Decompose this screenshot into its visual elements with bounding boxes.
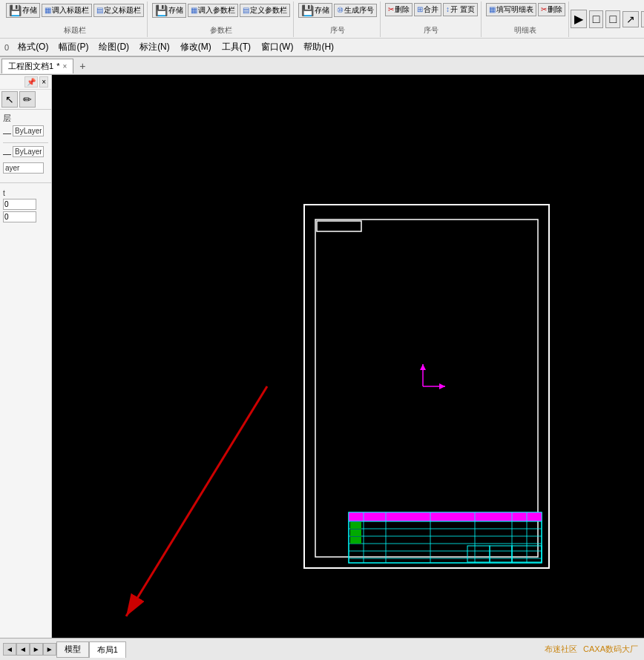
menu-item-0: 0 [1,42,12,53]
save-btn-2[interactable]: 💾 存储 [152,3,186,18]
nav-next-btn[interactable]: ► [30,643,43,656]
community-label: 布迷社区 [545,644,577,655]
svg-rect-5 [349,512,542,521]
doc-tab-1[interactable]: 工程图文档1 * × [1,59,73,73]
menubar: 0 格式(O) 幅面(P) 绘图(D) 标注(N) 修改(M) 工具(T) 窗口… [0,39,644,56]
merge-btn[interactable]: ⊞ 合并 [414,3,441,16]
menu-mark[interactable]: 标注(N) [135,39,174,55]
save-btn-3[interactable]: 💾 存储 [298,3,332,18]
def-title-icon: ▤ [96,6,103,14]
side-toolbar-row: ↖ ✏ [0,90,51,110]
toolbar: 💾 存储 ▦ 调入标题栏 ▤ 定义标题栏 标题栏 💾 存储 [0,0,644,57]
layer-row-2: — [3,146,48,160]
coord-y-input[interactable] [3,211,36,222]
canvas-area[interactable] [52,75,644,638]
caxa-label: CAXA数码大厂 [583,644,638,655]
save-icon-1: 💾 [9,4,22,16]
menu-window[interactable]: 窗口(W) [257,39,298,55]
seq-group-label: 序号 [330,25,345,36]
detail-group-label: 明细表 [514,25,536,36]
svg-rect-21 [350,522,361,529]
layer-input-2[interactable] [13,146,44,157]
arrange-btn[interactable]: ↕ 开 置页 [443,3,478,16]
svg-rect-23 [350,537,361,544]
svg-rect-22 [350,529,361,536]
side-layer-section: 层 — — [0,110,51,179]
menu-draw[interactable]: 绘图(D) [94,39,134,55]
menu-frame[interactable]: 幅面(P) [54,39,93,55]
save-icon-3: 💾 [301,4,314,16]
layer-dash-2: — [3,149,11,158]
del-btn[interactable]: ✂ 删除 [385,3,413,16]
layer-input-3[interactable] [3,162,44,174]
status-tabs: ◄ ◄ ► ► 模型 布局1 [0,638,129,660]
call-title-icon: ▦ [45,6,51,14]
toolbar-group-titlebar: 💾 存储 ▦ 调入标题栏 ▤ 定义标题栏 标题栏 [3,1,148,37]
del2-btn[interactable]: ✂ 删除 [538,3,565,16]
toolbar-row1: 💾 存储 ▦ 调入标题栏 ▤ 定义标题栏 标题栏 💾 存储 [0,0,644,39]
coord-row-x [3,199,48,210]
parambar-group-label: 参数栏 [210,25,232,36]
call-param-btn[interactable]: ▦ 调入参数栏 [188,4,238,17]
save-btn-1[interactable]: 💾 存储 [6,3,40,18]
close-side-btn[interactable]: × [39,76,48,88]
menu-tools[interactable]: 工具(T) [217,39,255,55]
edit-group-label: 序号 [424,25,438,36]
menu-format[interactable]: 格式(O) [13,39,53,55]
del2-icon: ✂ [541,5,547,13]
tab-add-btn[interactable]: + [76,60,88,72]
layer-row: — [3,125,48,139]
coord-row-t: t [3,189,48,197]
tab-modified-indicator: * [56,62,59,70]
right-icon-2[interactable]: □ [589,10,604,28]
coord-section: t [0,186,51,227]
nav-last-btn[interactable]: ► [43,643,56,656]
def-param-btn[interactable]: ▤ 定义参数栏 [240,4,290,17]
status-tab-layout1[interactable]: 布局1 [89,641,126,658]
nav-first-btn[interactable]: ◄ [3,643,16,656]
layer-label: 层 [3,113,48,124]
toolbar-btns-titlebar: 💾 存储 ▦ 调入标题栏 ▤ 定义标题栏 [6,3,144,18]
toolbar-group-edit: ✂ 删除 ⊞ 合并 ↕ 开 置页 序号 [382,1,482,37]
toolbar-btns-detail: ▦ 填写明细表 ✂ 删除 [486,3,565,16]
status-tab-model[interactable]: 模型 [56,641,89,658]
toolbar-group-parambar: 💾 存储 ▦ 调入参数栏 ▤ 定义参数栏 参数栏 [149,1,294,37]
right-icon-1[interactable]: ▶ [571,10,587,28]
coord-x-input[interactable] [3,199,36,210]
side-draw-btn[interactable]: ✏ [19,91,36,108]
menu-modify[interactable]: 修改(M) [176,39,216,55]
fill-detail-btn[interactable]: ▦ 填写明细表 [486,3,536,16]
tab-close-btn[interactable]: × [62,62,67,70]
right-icon-arrow1[interactable]: ↗ [622,11,639,27]
fill-detail-icon: ▦ [489,5,496,13]
layer-dash: — [3,128,11,137]
layer-input-1[interactable] [13,125,44,136]
status-right: 布迷社区 CAXA数码大厂 [545,644,644,655]
call-title-btn[interactable]: ▦ 调入标题栏 [42,4,92,17]
side-pin-row: 📌 × [0,75,51,90]
def-title-btn[interactable]: ▤ 定义标题栏 [93,4,144,17]
statusbar: ◄ ◄ ► ► 模型 布局1 布迷社区 CAXA数码大厂 [0,638,644,660]
menu-help[interactable]: 帮助(H) [299,39,338,55]
doc-tab-1-label: 工程图文档1 [8,61,53,72]
def-param-icon: ▤ [243,6,249,14]
drawing-svg [52,75,644,638]
right-icon-arrow2[interactable]: ↗ [641,11,644,27]
toolbar-btns-seq: 💾 存储 ⑩ 生成序号 [298,3,377,18]
toolbar-group-seq: 💾 存储 ⑩ 生成序号 序号 [295,1,381,37]
titlebar-group-label: 标题栏 [64,25,86,36]
gen-seq-btn[interactable]: ⑩ 生成序号 [334,4,377,17]
toolbar-group-detail: ▦ 填写明细表 ✂ 删除 明细表 [483,1,569,37]
side-select-btn[interactable]: ↖ [1,91,18,108]
svg-rect-0 [52,75,644,638]
toolbar-btns-edit: ✂ 删除 ⊞ 合并 ↕ 开 置页 [385,3,478,16]
toolbar-right-icons: ▶ □ □ ↗ ↗ ↕ T [571,10,644,28]
call-param-icon: ▦ [191,6,197,14]
pin-btn[interactable]: 📌 [24,76,38,88]
merge-icon: ⊞ [417,5,423,13]
arrange-icon: ↕ [446,5,450,13]
right-icon-3[interactable]: □ [605,10,620,28]
del-icon: ✂ [388,5,394,13]
nav-prev-btn[interactable]: ◄ [16,643,30,656]
gen-seq-icon: ⑩ [337,6,344,14]
